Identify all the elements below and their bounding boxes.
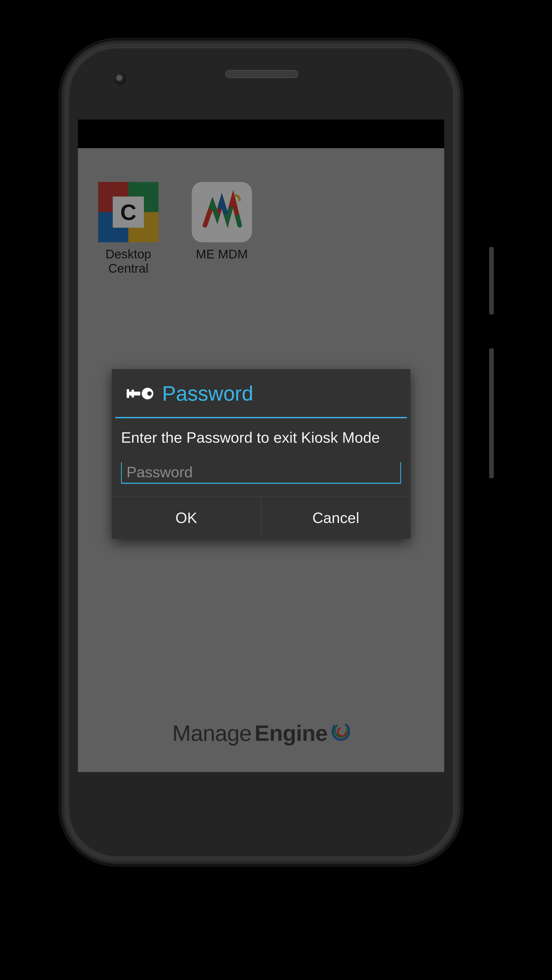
svg-rect-1 (127, 389, 129, 398)
svg-point-4 (147, 391, 152, 396)
brand-swirl-icon (331, 722, 350, 741)
device-screen: C Desktop Central ME MDM Manage (78, 119, 444, 772)
cancel-button[interactable]: Cancel (261, 496, 411, 539)
me-mdm-icon (192, 182, 252, 242)
power-button-physical (489, 247, 494, 315)
manageengine-logo: ManageEngine (172, 720, 350, 746)
earpiece-speaker (225, 70, 298, 78)
front-camera (114, 73, 127, 85)
password-dialog: Password Enter the Password to exit Kios… (112, 369, 411, 539)
status-bar (78, 119, 444, 148)
dialog-message: Enter the Password to exit Kiosk Mode (121, 429, 401, 446)
app-me-mdm[interactable]: ME MDM (183, 182, 261, 275)
svg-rect-2 (132, 390, 134, 398)
app-grid: C Desktop Central ME MDM (78, 148, 444, 275)
key-icon (126, 386, 155, 401)
ok-button[interactable]: OK (112, 496, 261, 539)
dialog-actions: OK Cancel (112, 496, 411, 539)
brand-word-manage: Manage (172, 720, 251, 746)
brand-word-engine: Engine (255, 720, 328, 746)
password-input[interactable] (121, 462, 401, 484)
kiosk-home-screen: C Desktop Central ME MDM Manage (78, 148, 444, 772)
dialog-title: Password (162, 382, 253, 406)
app-label: Desktop Central (89, 247, 167, 275)
app-desktop-central[interactable]: C Desktop Central (89, 182, 167, 275)
desktop-central-icon: C (98, 182, 159, 242)
app-label: ME MDM (196, 247, 248, 261)
volume-rocker-physical (489, 348, 494, 478)
